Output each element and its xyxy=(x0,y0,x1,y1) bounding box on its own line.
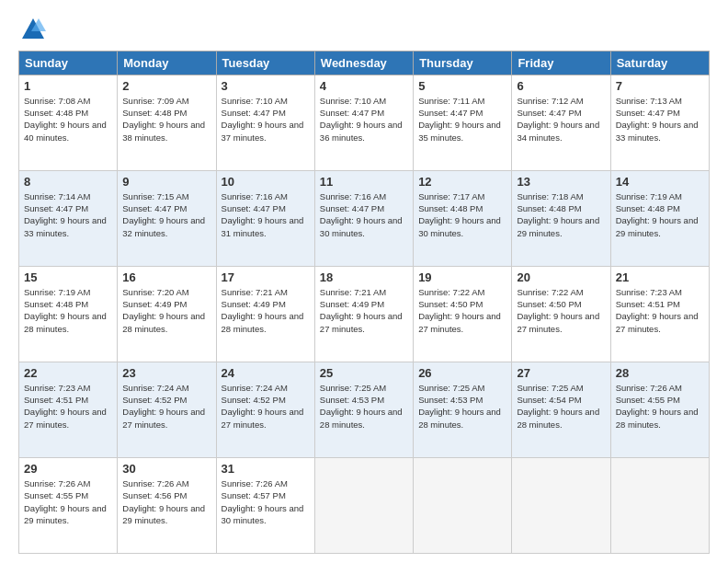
calendar-cell: 11Sunrise: 7:16 AMSunset: 4:47 PMDayligh… xyxy=(314,170,413,266)
calendar-cell xyxy=(512,457,610,553)
day-number: 19 xyxy=(418,270,506,284)
day-number: 22 xyxy=(24,366,112,380)
day-info: Sunrise: 7:26 AMSunset: 4:56 PMDaylight:… xyxy=(122,477,210,526)
calendar-table: SundayMondayTuesdayWednesdayThursdayFrid… xyxy=(18,51,710,554)
day-info: Sunrise: 7:16 AMSunset: 4:47 PMDaylight:… xyxy=(222,190,310,239)
day-number: 17 xyxy=(222,270,310,284)
calendar-cell: 2Sunrise: 7:09 AMSunset: 4:48 PMDaylight… xyxy=(118,75,216,170)
day-number: 21 xyxy=(616,270,704,284)
day-info: Sunrise: 7:10 AMSunset: 4:47 PMDaylight:… xyxy=(320,95,408,144)
day-number: 11 xyxy=(320,175,408,189)
day-info: Sunrise: 7:23 AMSunset: 4:51 PMDaylight:… xyxy=(616,286,704,335)
calendar-cell: 10Sunrise: 7:16 AMSunset: 4:47 PMDayligh… xyxy=(216,170,314,266)
calendar-cell: 4Sunrise: 7:10 AMSunset: 4:47 PMDaylight… xyxy=(314,75,413,170)
day-info: Sunrise: 7:25 AMSunset: 4:53 PMDaylight:… xyxy=(320,382,408,431)
day-info: Sunrise: 7:23 AMSunset: 4:51 PMDaylight:… xyxy=(24,382,112,431)
day-number: 5 xyxy=(418,79,506,93)
calendar-cell: 30Sunrise: 7:26 AMSunset: 4:56 PMDayligh… xyxy=(118,457,216,553)
calendar-cell: 15Sunrise: 7:19 AMSunset: 4:48 PMDayligh… xyxy=(19,266,118,362)
calendar-cell: 20Sunrise: 7:22 AMSunset: 4:50 PMDayligh… xyxy=(512,266,610,362)
day-number: 26 xyxy=(418,366,506,380)
calendar-cell: 31Sunrise: 7:26 AMSunset: 4:57 PMDayligh… xyxy=(216,457,314,553)
day-number: 8 xyxy=(24,175,112,189)
day-info: Sunrise: 7:16 AMSunset: 4:47 PMDaylight:… xyxy=(320,190,408,239)
week-row-1: 1Sunrise: 7:08 AMSunset: 4:48 PMDaylight… xyxy=(19,75,710,170)
calendar-cell: 5Sunrise: 7:11 AMSunset: 4:47 PMDaylight… xyxy=(414,75,512,170)
day-info: Sunrise: 7:10 AMSunset: 4:47 PMDaylight:… xyxy=(222,95,310,144)
day-number: 14 xyxy=(616,175,704,189)
calendar-cell: 16Sunrise: 7:20 AMSunset: 4:49 PMDayligh… xyxy=(118,266,216,362)
day-header-saturday: Saturday xyxy=(610,51,709,75)
day-info: Sunrise: 7:18 AMSunset: 4:48 PMDaylight:… xyxy=(517,190,605,239)
day-number: 18 xyxy=(320,270,408,284)
day-header-sunday: Sunday xyxy=(19,51,118,75)
day-info: Sunrise: 7:22 AMSunset: 4:50 PMDaylight:… xyxy=(517,286,605,335)
day-info: Sunrise: 7:26 AMSunset: 4:57 PMDaylight:… xyxy=(222,477,310,526)
calendar-cell: 6Sunrise: 7:12 AMSunset: 4:47 PMDaylight… xyxy=(512,75,610,170)
day-info: Sunrise: 7:20 AMSunset: 4:49 PMDaylight:… xyxy=(122,286,210,335)
day-number: 29 xyxy=(24,462,112,476)
day-info: Sunrise: 7:12 AMSunset: 4:47 PMDaylight:… xyxy=(517,95,605,144)
day-info: Sunrise: 7:11 AMSunset: 4:47 PMDaylight:… xyxy=(418,95,506,144)
calendar-cell: 29Sunrise: 7:26 AMSunset: 4:55 PMDayligh… xyxy=(19,457,118,553)
day-number: 6 xyxy=(517,79,605,93)
logo xyxy=(18,18,46,43)
day-info: Sunrise: 7:14 AMSunset: 4:47 PMDaylight:… xyxy=(24,190,112,239)
day-number: 1 xyxy=(24,79,112,93)
calendar-cell: 23Sunrise: 7:24 AMSunset: 4:52 PMDayligh… xyxy=(118,362,216,457)
day-info: Sunrise: 7:24 AMSunset: 4:52 PMDaylight:… xyxy=(222,382,310,431)
calendar-cell: 28Sunrise: 7:26 AMSunset: 4:55 PMDayligh… xyxy=(610,362,709,457)
day-info: Sunrise: 7:19 AMSunset: 4:48 PMDaylight:… xyxy=(616,190,704,239)
day-info: Sunrise: 7:26 AMSunset: 4:55 PMDaylight:… xyxy=(24,477,112,526)
day-number: 7 xyxy=(616,79,704,93)
calendar-cell: 27Sunrise: 7:25 AMSunset: 4:54 PMDayligh… xyxy=(512,362,610,457)
day-info: Sunrise: 7:25 AMSunset: 4:54 PMDaylight:… xyxy=(517,382,605,431)
page: SundayMondayTuesdayWednesdayThursdayFrid… xyxy=(0,0,728,563)
day-info: Sunrise: 7:09 AMSunset: 4:48 PMDaylight:… xyxy=(122,95,210,144)
day-number: 15 xyxy=(24,270,112,284)
calendar-cell: 7Sunrise: 7:13 AMSunset: 4:47 PMDaylight… xyxy=(610,75,709,170)
day-header-tuesday: Tuesday xyxy=(216,51,314,75)
calendar-cell: 3Sunrise: 7:10 AMSunset: 4:47 PMDaylight… xyxy=(216,75,314,170)
day-number: 27 xyxy=(517,366,605,380)
calendar-cell xyxy=(414,457,512,553)
day-header-wednesday: Wednesday xyxy=(314,51,413,75)
week-row-2: 8Sunrise: 7:14 AMSunset: 4:47 PMDaylight… xyxy=(19,170,710,266)
day-header-friday: Friday xyxy=(512,51,610,75)
day-info: Sunrise: 7:19 AMSunset: 4:48 PMDaylight:… xyxy=(24,286,112,335)
logo-text xyxy=(18,18,46,47)
day-info: Sunrise: 7:22 AMSunset: 4:50 PMDaylight:… xyxy=(418,286,506,335)
day-number: 9 xyxy=(122,175,210,189)
day-number: 25 xyxy=(320,366,408,380)
day-number: 4 xyxy=(320,79,408,93)
day-info: Sunrise: 7:15 AMSunset: 4:47 PMDaylight:… xyxy=(122,190,210,239)
calendar-cell: 14Sunrise: 7:19 AMSunset: 4:48 PMDayligh… xyxy=(610,170,709,266)
day-number: 10 xyxy=(222,175,310,189)
calendar-cell: 13Sunrise: 7:18 AMSunset: 4:48 PMDayligh… xyxy=(512,170,610,266)
day-number: 12 xyxy=(418,175,506,189)
day-number: 23 xyxy=(122,366,210,380)
day-info: Sunrise: 7:21 AMSunset: 4:49 PMDaylight:… xyxy=(222,286,310,335)
day-info: Sunrise: 7:13 AMSunset: 4:47 PMDaylight:… xyxy=(616,95,704,144)
calendar-cell: 1Sunrise: 7:08 AMSunset: 4:48 PMDaylight… xyxy=(19,75,118,170)
week-row-3: 15Sunrise: 7:19 AMSunset: 4:48 PMDayligh… xyxy=(19,266,710,362)
calendar-cell: 17Sunrise: 7:21 AMSunset: 4:49 PMDayligh… xyxy=(216,266,314,362)
day-number: 30 xyxy=(122,462,210,476)
day-info: Sunrise: 7:21 AMSunset: 4:49 PMDaylight:… xyxy=(320,286,408,335)
calendar-cell: 26Sunrise: 7:25 AMSunset: 4:53 PMDayligh… xyxy=(414,362,512,457)
calendar-cell xyxy=(610,457,709,553)
day-number: 20 xyxy=(517,270,605,284)
day-info: Sunrise: 7:26 AMSunset: 4:55 PMDaylight:… xyxy=(616,382,704,431)
day-info: Sunrise: 7:24 AMSunset: 4:52 PMDaylight:… xyxy=(122,382,210,431)
day-info: Sunrise: 7:25 AMSunset: 4:53 PMDaylight:… xyxy=(418,382,506,431)
header xyxy=(18,15,710,43)
day-header-monday: Monday xyxy=(118,51,216,75)
calendar-cell: 19Sunrise: 7:22 AMSunset: 4:50 PMDayligh… xyxy=(414,266,512,362)
calendar-cell xyxy=(314,457,413,553)
day-info: Sunrise: 7:17 AMSunset: 4:48 PMDaylight:… xyxy=(418,190,506,239)
calendar-cell: 9Sunrise: 7:15 AMSunset: 4:47 PMDaylight… xyxy=(118,170,216,266)
day-number: 16 xyxy=(122,270,210,284)
day-number: 28 xyxy=(616,366,704,380)
calendar-cell: 8Sunrise: 7:14 AMSunset: 4:47 PMDaylight… xyxy=(19,170,118,266)
day-number: 13 xyxy=(517,175,605,189)
